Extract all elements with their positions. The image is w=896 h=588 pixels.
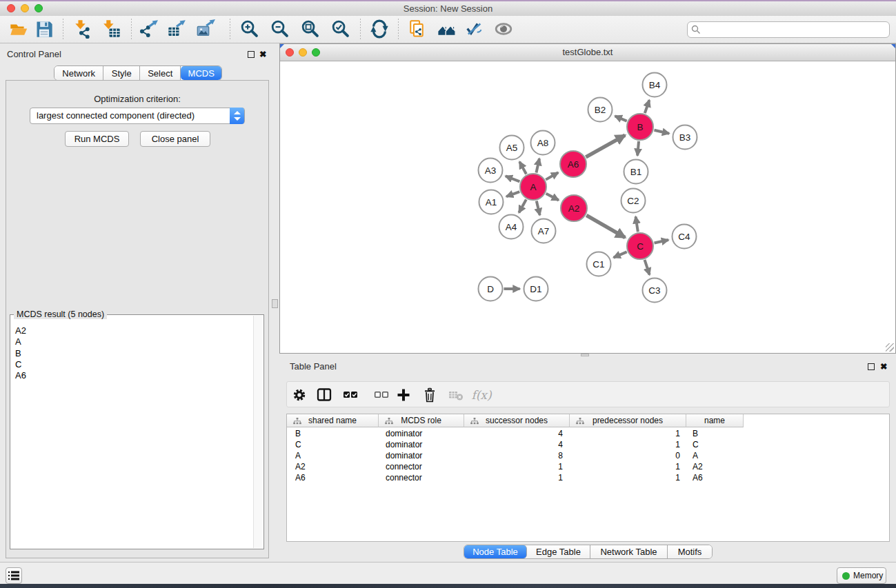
tab-style[interactable]: Style: [103, 66, 140, 80]
table-row-C[interactable]: Cdominator41C: [287, 439, 890, 450]
show-hide-view-icon[interactable]: [494, 19, 513, 39]
show-hide-style-icon[interactable]: [464, 19, 484, 39]
search-input[interactable]: [687, 21, 890, 38]
maximize-window-button[interactable]: [34, 4, 43, 12]
result-item[interactable]: A: [15, 336, 26, 347]
deselect-all-icon[interactable]: [374, 387, 390, 403]
optimization-criterion-select[interactable]: largest connected component (directed): [30, 108, 245, 124]
memory-label: Memory: [853, 571, 883, 580]
graph-edge-A-A4[interactable]: [519, 199, 526, 212]
graph-edge-A-A5[interactable]: [519, 162, 526, 174]
table-row-A2[interactable]: A2connector11A2: [287, 461, 890, 472]
result-scrollbar[interactable]: [253, 316, 263, 548]
network-close-button[interactable]: [286, 48, 294, 57]
show-all-networks-icon[interactable]: [437, 19, 457, 39]
table-cell: A2: [693, 461, 703, 472]
result-item[interactable]: A6: [15, 370, 26, 381]
graph-edge-A-A6[interactable]: [546, 172, 558, 179]
task-list-button[interactable]: [6, 567, 22, 584]
settings-icon[interactable]: [292, 387, 308, 403]
graph-node-label: A: [530, 182, 536, 192]
graph-edge-A-A8[interactable]: [536, 159, 539, 173]
memory-button[interactable]: Memory: [837, 567, 886, 584]
column-header-predecessor-nodes[interactable]: predecessor nodes: [570, 414, 686, 427]
graph-edge-A2-C[interactable]: [586, 215, 625, 237]
table-cell: 1: [570, 439, 680, 450]
refresh-icon[interactable]: [370, 19, 389, 39]
add-column-icon[interactable]: [396, 387, 412, 403]
graph-edge-A-A1[interactable]: [506, 192, 519, 196]
table-panel-close-icon[interactable]: ✖: [880, 363, 887, 371]
import-table-icon[interactable]: [102, 19, 121, 39]
tab-motifs[interactable]: Motifs: [668, 545, 712, 558]
table-cell: C: [295, 439, 301, 450]
export-network-icon[interactable]: [139, 19, 158, 39]
tab-mcds[interactable]: MCDS: [181, 66, 221, 80]
zoom-selected-icon[interactable]: [331, 19, 350, 39]
graph-edge-C-C4[interactable]: [655, 240, 669, 243]
network-graph-canvas[interactable]: A5A8A3A6AA1A4A7A2B2B4BB3B1C2CC4C1C3DD1: [280, 61, 895, 353]
graph-edge-C-C1[interactable]: [614, 252, 627, 257]
tab-network[interactable]: Network: [54, 66, 103, 80]
zoom-fit-icon[interactable]: [301, 19, 320, 39]
graph-edge-A-A7[interactable]: [537, 201, 540, 215]
table-row-A6[interactable]: A6connector11A6: [287, 472, 890, 483]
table-row-A[interactable]: Adominator80A: [287, 450, 890, 461]
table-cell: B: [693, 428, 698, 439]
result-item[interactable]: A2: [15, 325, 26, 336]
vertical-splitter-handle[interactable]: [272, 299, 278, 308]
column-header-MCDS-role[interactable]: MCDS role: [379, 414, 464, 427]
column-header-name[interactable]: name: [686, 414, 744, 427]
close-panel-button[interactable]: Close panel: [140, 131, 210, 147]
result-item[interactable]: C: [15, 359, 26, 370]
open-session-icon[interactable]: [9, 19, 28, 39]
control-panel-float-icon[interactable]: [248, 51, 255, 58]
tab-network-table[interactable]: Network Table: [590, 545, 668, 558]
graph-node-label: B1: [630, 167, 642, 177]
minimize-window-button[interactable]: [21, 4, 29, 12]
zoom-out-icon[interactable]: [270, 19, 290, 39]
tab-select[interactable]: Select: [140, 66, 181, 80]
graph-node-label: D: [487, 284, 494, 294]
horizontal-splitter-handle[interactable]: [581, 354, 589, 356]
network-maximize-button[interactable]: [312, 48, 320, 57]
close-window-button[interactable]: [7, 4, 15, 12]
graph-edge-A-A2[interactable]: [546, 194, 559, 201]
graph-edge-C-C3[interactable]: [645, 260, 650, 275]
graph-edge-A-A3[interactable]: [506, 176, 520, 181]
graph-edge-C-C2[interactable]: [636, 216, 638, 232]
network-minimize-button[interactable]: [299, 48, 307, 57]
graph-edge-B-B2[interactable]: [615, 116, 627, 121]
graph-node-label: A8: [537, 138, 549, 148]
table-cell: 1: [570, 461, 680, 472]
column-header-shared-name[interactable]: shared name: [287, 414, 379, 427]
run-mcds-button[interactable]: Run MCDS: [65, 131, 129, 147]
tab-node-table[interactable]: Node Table: [464, 545, 527, 558]
column-header-successor-nodes[interactable]: successor nodes: [464, 414, 570, 427]
table-panel-title: Table Panel: [290, 361, 337, 372]
table-cell: connector: [386, 472, 422, 483]
delete-column-icon[interactable]: [422, 387, 439, 403]
graph-edge-A6-B[interactable]: [586, 135, 625, 157]
graph-node-label: C3: [648, 285, 660, 296]
zoom-in-icon[interactable]: [240, 19, 259, 39]
network-window-titlebar[interactable]: testGlobe.txt: [280, 44, 895, 61]
table-panel-float-icon[interactable]: [868, 363, 875, 370]
window-resize-grip[interactable]: [886, 343, 894, 352]
graph-edge-B-B3[interactable]: [654, 130, 669, 134]
table-row-B[interactable]: Bdominator41B: [287, 428, 890, 439]
select-spinner[interactable]: [230, 108, 244, 124]
export-table-icon[interactable]: [167, 19, 186, 39]
control-panel-close-icon[interactable]: ✖: [259, 50, 266, 59]
import-network-icon[interactable]: [73, 19, 92, 39]
tab-edge-table[interactable]: Edge Table: [527, 545, 590, 558]
copy-network-icon[interactable]: [407, 19, 426, 39]
graph-edge-B-B1[interactable]: [637, 141, 639, 156]
select-all-icon[interactable]: [343, 387, 359, 403]
result-item[interactable]: B: [15, 348, 26, 359]
toolbar-divider: [63, 19, 63, 39]
export-image-icon[interactable]: [196, 19, 215, 39]
save-session-icon[interactable]: [34, 19, 54, 39]
graph-edge-B-B4[interactable]: [645, 100, 650, 113]
split-view-icon[interactable]: [317, 387, 333, 403]
